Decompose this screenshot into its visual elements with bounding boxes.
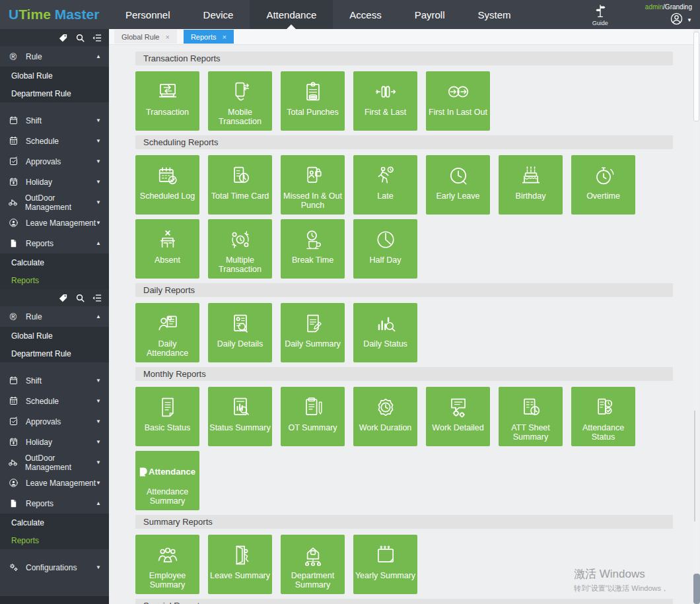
first-last-icon (373, 78, 398, 106)
sidebar-item-label: Calculate (11, 258, 44, 267)
nav-item[interactable]: System (462, 0, 528, 29)
reports-icon (8, 238, 18, 248)
sidebar-item[interactable]: Shift ▼ (0, 370, 109, 391)
expand-arrow-icon: ▼ (96, 480, 101, 486)
sidebar-item[interactable]: Shift ▼ (0, 110, 109, 131)
tag-icon[interactable] (58, 33, 68, 43)
user-menu-button[interactable]: ▼ (670, 12, 692, 28)
sidebar-item[interactable]: Approvals ▼ (0, 151, 109, 172)
report-tile[interactable]: Absent (135, 219, 199, 279)
tile-label: Transaction (145, 108, 190, 117)
sidebar-item[interactable]: Calculate (0, 514, 109, 531)
tile-label: Mobile Transaction (208, 108, 272, 126)
sidebar-item[interactable]: OutDoor Management ▼ (0, 192, 109, 213)
report-tile[interactable]: Break Time (281, 219, 345, 279)
expand-arrow-icon: ▲ (96, 240, 101, 246)
sidebar-item[interactable]: Approvals ▼ (0, 411, 109, 432)
section-header: Scheduling Reports (135, 135, 673, 149)
expand-arrow-icon: ▼ (96, 564, 101, 570)
report-tile[interactable]: Basic Status (135, 387, 199, 446)
tag-icon[interactable] (58, 293, 68, 303)
guide-button[interactable]: Guide (592, 4, 608, 26)
list-icon[interactable] (92, 33, 102, 43)
early-leave-icon (446, 162, 471, 189)
sidebar-item[interactable]: Global Rule (0, 67, 109, 84)
report-tile[interactable]: Daily Status (353, 303, 417, 362)
report-tile[interactable]: Daily Summary (281, 303, 345, 362)
report-tile[interactable]: Scheduled Log (135, 155, 199, 215)
sidebar-item[interactable]: Holiday ▼ (0, 172, 109, 192)
sidebar-item-label: Leave Management (26, 218, 96, 228)
sidebar-item-label: Shift (26, 116, 42, 125)
list-icon[interactable] (92, 293, 102, 303)
nav-item[interactable]: Personnel (109, 0, 187, 29)
sidebar-item[interactable]: Department Rule (0, 345, 109, 362)
inner-scrollbar[interactable] (694, 411, 695, 521)
tab[interactable]: Global Rule × (114, 30, 177, 44)
report-tile[interactable]: Work Detailed (426, 387, 490, 446)
report-tile[interactable]: Multiple Transaction (208, 219, 272, 279)
report-tile[interactable]: Leave Summary (208, 535, 272, 594)
sidebar-item[interactable]: Global Rule (0, 327, 109, 345)
tile-label: Attendance Summary (135, 487, 199, 506)
sidebar-item[interactable]: ® Rule ▲ (0, 306, 109, 327)
tab-close-icon[interactable]: × (222, 33, 226, 41)
report-tile[interactable]: Work Duration (353, 387, 417, 446)
report-tile[interactable]: First & Last (353, 71, 417, 131)
tile-label: Missed In & Out Punch (281, 191, 345, 210)
report-tile[interactable]: Total Time Card (208, 155, 272, 215)
section-header: Monthly Reports (135, 367, 673, 381)
report-tile[interactable]: ATT Sheet Summary (499, 387, 563, 446)
nav-item[interactable]: Payroll (398, 0, 462, 29)
nav-item[interactable]: Device (187, 0, 250, 29)
sidebar-item[interactable]: Calculate (0, 253, 109, 271)
report-tile[interactable]: Late (353, 155, 417, 215)
report-tile[interactable]: OT Summary (281, 387, 345, 446)
report-tile[interactable]: First In Last Out (426, 71, 490, 131)
report-tile[interactable]: Department Summary (281, 535, 345, 594)
holiday-icon (8, 437, 18, 447)
sidebar-item[interactable]: Schedule ▼ (0, 391, 109, 411)
sidebar-item[interactable]: Department Rule (0, 84, 109, 102)
report-tile[interactable]: Attendance Status (571, 387, 635, 446)
report-section: Daily Reports Daily Attendance Daily Det… (135, 283, 700, 367)
report-tile[interactable]: Transaction (135, 71, 199, 131)
report-tile[interactable]: Daily Attendance (135, 303, 199, 362)
report-tile[interactable]: Birthday (499, 155, 563, 215)
sidebar-item[interactable]: Configurations ▼ (0, 557, 109, 578)
sidebar-menu: ® Rule ▲ Global Rule Department Rule (0, 46, 109, 289)
scrollbar-thumb[interactable] (693, 32, 699, 121)
sidebar-item[interactable]: Reports ▲ (0, 493, 109, 514)
tab[interactable]: Reports × (184, 30, 234, 44)
report-tile[interactable]: Status Summary (208, 387, 272, 446)
report-tile[interactable]: Total Punches (281, 71, 345, 131)
sidebar-item[interactable]: Schedule ▼ (0, 131, 109, 151)
sidebar-item[interactable]: ® Rule ▲ (0, 46, 109, 67)
report-tile[interactable]: Half Day (353, 219, 417, 279)
nav-item[interactable]: Access (333, 0, 398, 29)
search-icon[interactable] (75, 33, 85, 43)
sidebar-item[interactable]: OutDoor Management ▼ (0, 452, 109, 473)
report-tile[interactable]: Early Leave (426, 155, 490, 215)
tab-close-icon[interactable]: × (165, 33, 169, 41)
report-tile[interactable]: Yearly Summary (353, 535, 417, 594)
report-tile[interactable]: Attendance Attendance Summary (135, 451, 199, 510)
search-icon[interactable] (75, 293, 85, 303)
sidebar-item[interactable]: Leave Management ▼ (0, 473, 109, 493)
tab-label: Global Rule (122, 33, 159, 41)
page-scrollbar-thumb[interactable] (693, 574, 700, 604)
nav-item[interactable]: Attendance (250, 0, 333, 29)
report-tile[interactable]: Mobile Transaction (208, 71, 272, 131)
sidebar-item[interactable]: Holiday ▼ (0, 432, 109, 452)
sidebar-item[interactable]: Reports (0, 531, 109, 549)
sidebar-item[interactable]: Leave Management ▼ (0, 213, 109, 233)
report-tile[interactable]: Employee Summary (135, 535, 199, 594)
report-tile[interactable]: Missed In & Out Punch (281, 155, 345, 215)
tile-label: Status Summary (208, 423, 271, 432)
total-time-card-icon (228, 162, 253, 189)
sidebar-item[interactable]: Reports (0, 271, 109, 289)
report-tile[interactable]: Overtime (571, 155, 635, 215)
rule-icon: ® (8, 52, 18, 61)
sidebar-item[interactable]: Reports ▲ (0, 233, 109, 253)
report-tile[interactable]: Daily Details (208, 303, 272, 362)
